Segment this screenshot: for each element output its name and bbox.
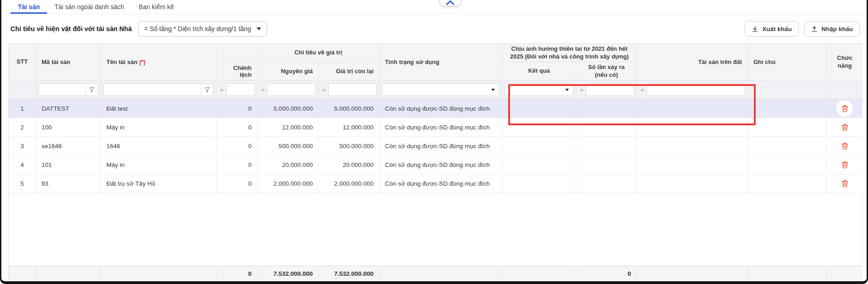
equals-operator[interactable]: = (321, 86, 326, 93)
cell-ma-tai-san: DATTEST (36, 99, 101, 118)
cell-ten-tai-san: Đất trụ sở Tây Hồ (101, 174, 216, 193)
download-icon (752, 26, 758, 32)
table-row[interactable]: 4 101 Máy in 0 20.000.000 20.000.000 Còn… (9, 155, 862, 174)
delete-row-button[interactable] (836, 138, 853, 154)
cell-so-lan (576, 137, 637, 155)
cell-chuc-nang (827, 99, 863, 118)
so-lan-filter-input[interactable] (586, 83, 634, 96)
header-ten-tai-san[interactable]: Tên tài sản (*) (101, 44, 216, 80)
ma-filter-funnel-button[interactable] (85, 84, 98, 96)
header-stt[interactable]: STT (9, 44, 36, 80)
table-row[interactable]: 2 100 Máy in 0 12.000.000 12.000.000 Còn… (9, 118, 862, 137)
cell-tinh-trang: Còn sử dụng được-SD đúng mục đích (379, 174, 502, 193)
header-nguyen-gia[interactable]: Nguyên giá (258, 62, 319, 80)
export-button-label: Xuất khẩu (762, 26, 792, 32)
trash-icon (841, 179, 849, 188)
formula-dropdown[interactable]: = Số tầng * Diện tích xây dựng/1 tầng (138, 21, 267, 37)
table-row[interactable]: 1 DATTEST Đất test 0 5.000.000.000 5.000… (9, 99, 862, 118)
gia-tri-con-lai-filter-input[interactable] (328, 83, 377, 96)
collapse-panel-button[interactable] (440, 0, 461, 6)
cell-chenh-lech: 0 (216, 118, 258, 137)
cell-stt: 3 (9, 137, 36, 155)
filter-cell-gia-tri-con-lai: = (319, 80, 379, 99)
header-so-lan-text: Số lần xảy ra(nếu có) (588, 64, 625, 79)
cell-ten-tai-san: Đất test (101, 99, 216, 118)
header-tai-san-tren-dat[interactable]: Tài sản trên đất (637, 44, 748, 80)
footer-so-lan-total: 0 (576, 266, 637, 281)
cell-so-lan (576, 155, 637, 174)
filter-cell-ghi-chu (748, 80, 827, 99)
equals-operator[interactable]: = (579, 86, 584, 93)
footer-tai-san-tren-dat (637, 266, 748, 281)
assets-table: STT Mã tài sản Tên tài sản (*) Chênh lệc… (8, 43, 863, 281)
import-button[interactable]: Nhập khẩu (804, 21, 860, 37)
cell-gia-tri-con-lai: 5.000.000.000 (319, 99, 379, 118)
ket-qua-filter-dropdown[interactable] (505, 83, 573, 96)
chevron-up-icon (445, 0, 455, 5)
cell-chuc-nang (827, 174, 863, 193)
cell-chuc-nang (827, 155, 863, 174)
equals-operator[interactable]: = (219, 86, 224, 93)
footer-nguyen-gia-total: 7.532.000.000 (258, 266, 319, 281)
cell-ma-tai-san: xe1646 (36, 137, 101, 155)
cell-tai-san-tren-dat (637, 99, 748, 118)
criteria-label: Chỉ tiêu về hiện vật đối với tài sản Nhà (11, 25, 132, 32)
formula-dropdown-value: = Số tầng * Diện tích xây dựng/1 tầng (144, 25, 251, 32)
tinh-trang-filter-dropdown[interactable] (382, 83, 500, 96)
upload-icon (811, 26, 818, 32)
cell-nguyen-gia: 500.000.000 (258, 137, 319, 155)
filter-cell-ma (36, 80, 101, 99)
delete-row-button[interactable] (836, 175, 853, 192)
header-ket-qua[interactable]: Kết quả (502, 62, 576, 80)
cell-so-lan (576, 118, 637, 137)
delete-row-button[interactable] (836, 100, 853, 117)
tab-tai-san-ngoai-danh-sach[interactable]: Tài sản ngoài danh sách (47, 0, 132, 14)
table-row[interactable]: 5 93 Đất trụ sở Tây Hồ 0 2.000.000.000 2… (9, 174, 862, 193)
table-empty-area (9, 193, 862, 266)
footer-ma (36, 266, 101, 281)
footer-ten (101, 266, 216, 281)
toolbar: Chỉ tiêu về hiện vật đối với tài sản Nhà… (1, 14, 867, 43)
tab-tai-san[interactable]: Tài sản (11, 0, 47, 14)
nguyen-gia-filter-input[interactable] (267, 83, 316, 96)
cell-tinh-trang: Còn sử dụng được-SD đúng mục đích (379, 99, 502, 118)
tab-bar: Tài sản Tài sản ngoài danh sách Ban kiểm… (1, 0, 867, 14)
trash-icon (841, 161, 849, 169)
footer-ghi-chu (748, 266, 827, 281)
equals-operator[interactable]: = (260, 86, 265, 93)
cell-ket-qua (502, 137, 576, 155)
cell-gia-tri-con-lai: 12.000.000 (319, 118, 379, 137)
tab-ban-kiem-ke[interactable]: Ban kiểm kê (132, 0, 181, 14)
header-chenh-lech[interactable]: Chênh lệch (216, 62, 258, 80)
cell-ten-tai-san: Máy in (101, 155, 216, 174)
tai-san-tren-dat-filter-input[interactable] (647, 83, 745, 96)
export-button[interactable]: Xuất khẩu (745, 21, 799, 37)
ma-filter-combo (38, 83, 98, 96)
filter-cell-stt (9, 80, 36, 99)
footer-chenh-lech-total: 0 (216, 266, 258, 281)
header-tinh-trang[interactable]: Tình trạng sử dụng (379, 44, 502, 80)
cell-gia-tri-con-lai: 20.000.000 (319, 155, 379, 174)
delete-row-button[interactable] (836, 119, 853, 135)
header-ghi-chu[interactable]: Ghi chú (748, 44, 827, 80)
table-row[interactable]: 3 xe1646 1646 0 500.000.000 500.000.000 … (9, 137, 862, 155)
header-ma-tai-san[interactable]: Mã tài sản (36, 44, 101, 80)
header-gia-tri-con-lai[interactable]: Giá trị còn lại (319, 62, 379, 80)
chenh-lech-filter-input[interactable] (226, 83, 255, 96)
ten-filter-input[interactable] (104, 84, 201, 96)
equals-operator[interactable]: = (639, 86, 644, 93)
table-header: STT Mã tài sản Tên tài sản (*) Chênh lệc… (9, 44, 862, 80)
cell-tai-san-tren-dat (637, 155, 748, 174)
header-so-lan-xay-ra[interactable]: Số lần xảy ra(nếu có) (576, 62, 637, 80)
ten-filter-funnel-button[interactable] (201, 84, 213, 96)
cell-ma-tai-san: 100 (36, 118, 101, 137)
table-footer: 0 7.532.000.000 7.532.000.000 0 (9, 266, 862, 281)
cell-tai-san-tren-dat (637, 137, 748, 155)
delete-row-button[interactable] (836, 156, 853, 173)
cell-ghi-chu (748, 118, 827, 137)
trash-icon (841, 123, 849, 132)
cell-chenh-lech: 0 (216, 137, 258, 155)
ma-filter-input[interactable] (39, 84, 85, 96)
cell-ghi-chu (748, 137, 827, 155)
filter-cell-tai-san-tren-dat: = (637, 80, 748, 99)
